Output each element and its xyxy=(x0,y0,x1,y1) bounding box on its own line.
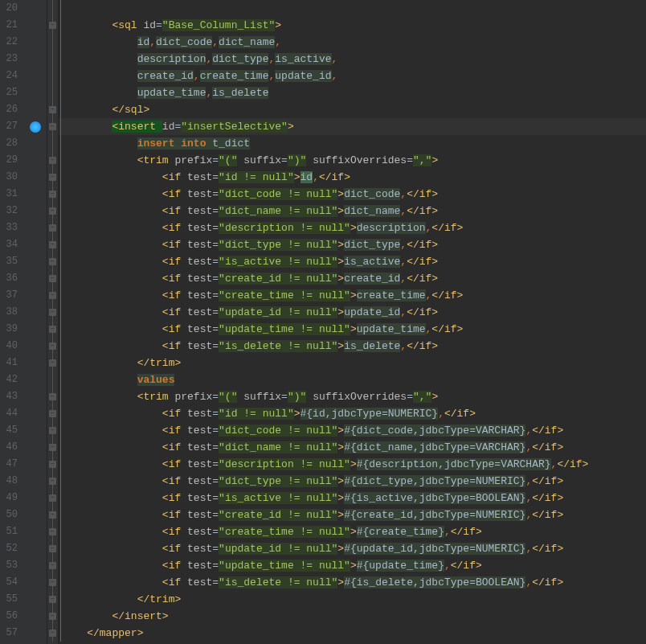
code-line[interactable]: create_id,create_time,update_id, xyxy=(59,68,646,84)
code-line[interactable]: <if test="description != null">#{descrip… xyxy=(59,456,646,473)
fold-cell[interactable]: − xyxy=(47,203,58,219)
fold-cell[interactable]: − xyxy=(47,490,58,507)
code-line[interactable]: <if test="description != null">descripti… xyxy=(59,219,646,236)
fold-toggle-icon[interactable]: − xyxy=(49,174,56,181)
fold-cell[interactable]: − xyxy=(47,152,58,169)
fold-toggle-icon[interactable]: − xyxy=(49,511,56,519)
fold-toggle-icon[interactable]: − xyxy=(49,410,56,417)
code-area[interactable]: <sql id="Base_Column_List"> id,dict_code… xyxy=(59,0,646,644)
code-line[interactable]: <if test="id != null">#{id,jdbcType=NUME… xyxy=(59,405,646,422)
code-line[interactable]: <if test="is_delete != null">#{is_delete… xyxy=(59,574,646,591)
fold-toggle-icon[interactable]: − xyxy=(49,630,56,637)
code-line[interactable]: <if test="create_time != null">create_ti… xyxy=(59,287,646,304)
fold-toggle-icon[interactable]: − xyxy=(49,157,56,164)
fold-toggle-icon[interactable]: − xyxy=(49,224,56,232)
code-line[interactable]: <if test="update_time != null">#{update_… xyxy=(59,557,646,574)
code-line[interactable]: <if test="update_time != null">update_ti… xyxy=(59,321,646,338)
fold-cell[interactable]: − xyxy=(47,608,58,625)
mybatis-nav-icon[interactable] xyxy=(30,121,41,133)
code-line[interactable]: <sql id="Base_Column_List"> xyxy=(59,17,646,34)
fold-cell[interactable]: − xyxy=(47,507,58,523)
code-line[interactable]: </trim> xyxy=(59,355,646,371)
fold-toggle-icon[interactable]: − xyxy=(49,359,56,367)
code-line[interactable]: </sql> xyxy=(59,101,646,118)
fold-toggle-icon[interactable]: − xyxy=(49,326,56,333)
fold-cell[interactable]: − xyxy=(47,253,58,270)
fold-cell[interactable]: − xyxy=(47,17,58,34)
fold-cell[interactable]: − xyxy=(47,540,58,557)
fold-cell[interactable]: − xyxy=(47,338,58,355)
fold-toggle-icon[interactable]: − xyxy=(49,596,56,603)
fold-toggle-icon[interactable]: − xyxy=(49,579,56,586)
fold-cell[interactable]: − xyxy=(47,287,58,304)
fold-cell[interactable] xyxy=(47,68,58,84)
fold-cell[interactable] xyxy=(47,135,58,152)
fold-toggle-icon[interactable]: − xyxy=(49,343,56,350)
fold-cell[interactable]: − xyxy=(47,118,58,135)
code-line[interactable]: <if test="id != null">id,</if> xyxy=(59,169,646,186)
fold-cell[interactable]: − xyxy=(47,186,58,203)
code-line[interactable]: <trim prefix="(" suffix=")" suffixOverri… xyxy=(59,388,646,405)
fold-cell[interactable]: − xyxy=(47,574,58,591)
fold-cell[interactable]: − xyxy=(47,439,58,456)
fold-cell[interactable]: − xyxy=(47,321,58,338)
code-line[interactable]: <if test="dict_name != null">dict_name,<… xyxy=(59,203,646,219)
fold-toggle-icon[interactable]: − xyxy=(49,22,56,29)
fold-toggle-icon[interactable]: − xyxy=(49,292,56,299)
fold-toggle-icon[interactable]: − xyxy=(49,241,56,248)
fold-toggle-icon[interactable]: − xyxy=(49,309,56,316)
code-line[interactable]: </insert> xyxy=(59,608,646,625)
fold-cell[interactable] xyxy=(47,371,58,388)
code-line[interactable]: <if test="update_id != null">update_id,<… xyxy=(59,304,646,321)
fold-toggle-icon[interactable]: − xyxy=(49,258,56,265)
code-line[interactable]: <if test="dict_code != null">#{dict_code… xyxy=(59,422,646,439)
fold-cell[interactable]: − xyxy=(47,236,58,253)
code-line[interactable]: </trim> xyxy=(59,591,646,608)
fold-toggle-icon[interactable]: − xyxy=(49,275,56,282)
code-line[interactable]: description,dict_type,is_active, xyxy=(59,51,646,68)
fold-cell[interactable]: − xyxy=(47,219,58,236)
code-line[interactable]: values xyxy=(59,371,646,388)
code-line[interactable]: <if test="create_time != null">#{create_… xyxy=(59,523,646,540)
fold-cell[interactable]: − xyxy=(47,591,58,608)
fold-cell[interactable] xyxy=(47,34,58,51)
code-line[interactable]: <if test="update_id != null">#{update_id… xyxy=(59,540,646,557)
fold-cell[interactable]: − xyxy=(47,304,58,321)
fold-toggle-icon[interactable]: − xyxy=(49,444,56,451)
fold-cell[interactable]: − xyxy=(47,456,58,473)
fold-toggle-icon[interactable]: − xyxy=(49,427,56,434)
fold-cell[interactable] xyxy=(47,84,58,101)
fold-toggle-icon[interactable]: − xyxy=(49,207,56,215)
code-line[interactable] xyxy=(59,0,646,17)
fold-cell[interactable]: − xyxy=(47,625,58,642)
fold-column[interactable]: −−−−−−−−−−−−−−−−−−−−−−−−−−−−−−− xyxy=(47,0,59,644)
code-line[interactable]: <if test="dict_type != null">#{dict_type… xyxy=(59,473,646,490)
code-line[interactable]: <if test="dict_name != null">#{dict_name… xyxy=(59,439,646,456)
fold-cell[interactable]: − xyxy=(47,388,58,405)
fold-cell[interactable]: − xyxy=(47,101,58,118)
code-line[interactable]: <if test="dict_type != null">dict_type,<… xyxy=(59,236,646,253)
fold-cell[interactable]: − xyxy=(47,355,58,371)
code-line[interactable]: <if test="is_delete != null">is_delete,<… xyxy=(59,338,646,355)
fold-cell[interactable]: − xyxy=(47,270,58,287)
code-line[interactable]: <if test="is_active != null">#{is_active… xyxy=(59,490,646,507)
fold-cell[interactable] xyxy=(47,51,58,68)
code-line[interactable]: <insert id="insertSelective"> xyxy=(59,118,646,135)
fold-toggle-icon[interactable]: − xyxy=(49,393,56,400)
fold-toggle-icon[interactable]: − xyxy=(49,494,56,502)
fold-cell[interactable]: − xyxy=(47,169,58,186)
fold-toggle-icon[interactable]: − xyxy=(49,106,56,113)
code-line[interactable]: <trim prefix="(" suffix=")" suffixOverri… xyxy=(59,152,646,169)
code-line[interactable]: <if test="create_id != null">#{create_id… xyxy=(59,507,646,523)
code-line[interactable]: <if test="is_active != null">is_active,<… xyxy=(59,253,646,270)
fold-toggle-icon[interactable]: − xyxy=(49,461,56,468)
fold-cell[interactable]: − xyxy=(47,405,58,422)
fold-cell[interactable]: − xyxy=(47,422,58,439)
code-line[interactable]: <if test="dict_code != null">dict_code,<… xyxy=(59,186,646,203)
code-line[interactable]: </mapper> xyxy=(59,625,646,642)
fold-toggle-icon[interactable]: − xyxy=(49,478,56,485)
code-line[interactable]: <if test="create_id != null">create_id,<… xyxy=(59,270,646,287)
fold-cell[interactable] xyxy=(47,0,58,17)
code-line[interactable]: update_time,is_delete xyxy=(59,84,646,101)
fold-cell[interactable]: − xyxy=(47,557,58,574)
